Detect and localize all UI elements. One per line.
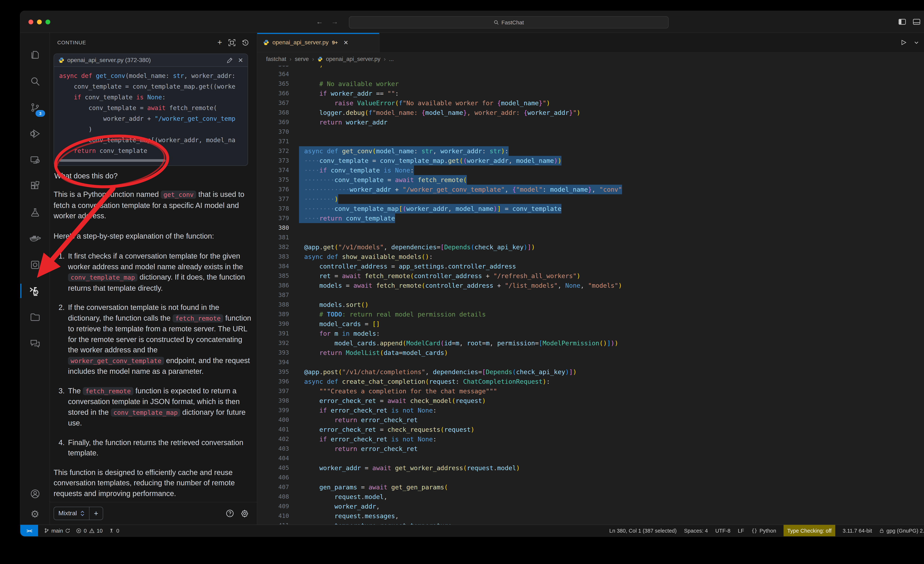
- sidebar-item-explorer[interactable]: [20, 42, 50, 68]
- branch-status-item[interactable]: main: [44, 528, 70, 534]
- sidebar-item-comments[interactable]: [20, 330, 50, 356]
- editor-lines[interactable]: 363 )364365 # No available worker366 if …: [257, 66, 924, 525]
- fullscreen-icon[interactable]: [228, 39, 236, 46]
- code-line[interactable]: 397 """Creates a completion for the chat…: [257, 386, 924, 396]
- history-icon[interactable]: [242, 39, 249, 46]
- close-window-button[interactable]: [28, 19, 33, 24]
- code-line[interactable]: 399 if error_check_ret is not None:: [257, 405, 924, 415]
- code-line[interactable]: 372async def get_conv(model_name: str, w…: [257, 146, 924, 156]
- snippet-hscrollbar[interactable]: [59, 159, 165, 162]
- breadcrumb-item[interactable]: openai_api_server.py: [326, 56, 381, 63]
- toggle-panel-icon[interactable]: [913, 19, 920, 25]
- new-session-icon[interactable]: +: [218, 39, 222, 46]
- code-line[interactable]: 400 return error_check_ret: [257, 415, 924, 425]
- code-line[interactable]: 381: [257, 233, 924, 242]
- code-line[interactable]: 401 error_check_ret = check_requests(req…: [257, 425, 924, 434]
- breadcrumb-item[interactable]: fastchat: [266, 56, 286, 63]
- model-selector[interactable]: Mixtral +: [54, 507, 103, 520]
- sidebar-item-remote-explorer[interactable]: [20, 147, 50, 173]
- code-line[interactable]: 374····if conv_template is None:: [257, 166, 924, 175]
- code-line[interactable]: 395@app.post("/v1/chat/completions", dep…: [257, 367, 924, 377]
- close-tab-icon[interactable]: ✕: [344, 39, 348, 46]
- code-line[interactable]: 365 # No available worker: [257, 79, 924, 89]
- eol-item[interactable]: LF: [738, 528, 744, 534]
- account-icon[interactable]: [30, 489, 40, 499]
- breadcrumb-item[interactable]: serve: [295, 56, 309, 63]
- close-snippet-icon[interactable]: ✕: [238, 56, 243, 64]
- code-line[interactable]: 403 return error_check_ret: [257, 444, 924, 453]
- settings-gear-icon[interactable]: [241, 509, 249, 518]
- code-line[interactable]: 404: [257, 453, 924, 463]
- navigate-forward-icon[interactable]: →: [331, 18, 338, 26]
- navigate-back-icon[interactable]: ←: [316, 18, 323, 26]
- toggle-primary-sidebar-icon[interactable]: [898, 19, 906, 25]
- edit-pen-icon[interactable]: [226, 57, 233, 63]
- code-line[interactable]: 398 error_check_ret = await check_model(…: [257, 396, 924, 405]
- code-line[interactable]: 406: [257, 473, 924, 482]
- run-python-file-icon[interactable]: [901, 39, 907, 45]
- help-icon[interactable]: [226, 509, 234, 518]
- code-line[interactable]: 408 request.model,: [257, 492, 924, 501]
- code-area[interactable]: 363 )364365 # No available worker366 if …: [257, 66, 924, 525]
- code-line[interactable]: 391 for m in models:: [257, 329, 924, 338]
- code-line[interactable]: 394: [257, 358, 924, 367]
- code-line[interactable]: 363 ): [257, 66, 924, 69]
- encoding-item[interactable]: UTF-8: [715, 528, 730, 534]
- code-line[interactable]: 382@app.get("/v1/models", dependencies=[…: [257, 242, 924, 252]
- code-line[interactable]: 375········conv_template = await fetch_r…: [257, 175, 924, 185]
- code-line[interactable]: 379····return conv_template: [257, 214, 924, 223]
- command-center-search[interactable]: FastChat: [349, 16, 669, 28]
- code-line[interactable]: 366 if worker_addr == "":: [257, 89, 924, 98]
- code-line[interactable]: 392 model_cards.append(ModelCard(id=m, r…: [257, 338, 924, 348]
- code-line[interactable]: 369 return worker_addr: [257, 117, 924, 127]
- gpg-item[interactable]: gpg (GnuPG) 2.2.41: [879, 528, 924, 534]
- tab-openai-api-server[interactable]: openai_api_server.py 9+ ✕: [257, 33, 380, 52]
- type-checking-item[interactable]: Type Checking: off: [783, 525, 835, 536]
- sidebar-item-extensions[interactable]: [20, 173, 50, 199]
- settings-gear-icon[interactable]: ⚙: [30, 509, 39, 519]
- sidebar-item-notebook[interactable]: [20, 251, 50, 278]
- sidebar-item-docker[interactable]: [20, 225, 50, 251]
- code-line[interactable]: 376············worker_addr + "/worker_ge…: [257, 185, 924, 194]
- code-line[interactable]: 405 worker_addr = await get_worker_addre…: [257, 463, 924, 473]
- sidebar-item-testing[interactable]: [20, 199, 50, 225]
- zoom-window-button[interactable]: [45, 19, 50, 24]
- ports-status-item[interactable]: 0: [108, 528, 119, 534]
- remote-indicator[interactable]: ><: [20, 525, 38, 536]
- add-model-button[interactable]: +: [89, 507, 103, 520]
- code-line[interactable]: 396async def create_chat_completion(requ…: [257, 377, 924, 386]
- code-line[interactable]: 385 ret = await fetch_remote(controller_…: [257, 271, 924, 281]
- run-dropdown-chevron-icon[interactable]: [914, 40, 918, 45]
- code-line[interactable]: 371 ⌘ M to select code, ⌘ ⇧ L to edit: [257, 137, 924, 146]
- code-line[interactable]: 377········): [257, 194, 924, 204]
- code-line[interactable]: 409 worker_addr,: [257, 501, 924, 511]
- minimize-window-button[interactable]: [37, 19, 42, 24]
- code-line[interactable]: 389 # TODO: return real model permission…: [257, 310, 924, 319]
- code-line[interactable]: 364: [257, 69, 924, 79]
- cursor-position-item[interactable]: Ln 380, Col 1 (387 selected): [609, 528, 676, 534]
- code-line[interactable]: 390 model_cards = []: [257, 319, 924, 329]
- code-line[interactable]: 384 controller_address = app_settings.co…: [257, 262, 924, 271]
- indentation-item[interactable]: Spaces: 4: [684, 528, 708, 534]
- sidebar-item-source-control[interactable]: 3: [20, 94, 50, 120]
- code-line[interactable]: 383async def show_available_models():: [257, 252, 924, 262]
- code-line[interactable]: 411 temperature=request.temperature,: [257, 521, 924, 525]
- code-line[interactable]: 368 logger.debug(f"model_name: {model_na…: [257, 108, 924, 117]
- sidebar-item-project-folder[interactable]: [20, 304, 50, 330]
- sidebar-item-search[interactable]: [20, 68, 50, 94]
- code-line[interactable]: 388 models.sort(): [257, 300, 924, 310]
- code-line[interactable]: 373····conv_template = conv_template_map…: [257, 156, 924, 166]
- code-line[interactable]: 378········conv_template_map[(worker_add…: [257, 204, 924, 214]
- code-line[interactable]: 380: [257, 223, 924, 233]
- code-line[interactable]: 386 models = await fetch_remote(controll…: [257, 281, 924, 290]
- code-line[interactable]: 387: [257, 290, 924, 300]
- code-line[interactable]: 410 request.messages,: [257, 511, 924, 521]
- code-line[interactable]: 402 if error_check_ret is not None:: [257, 434, 924, 444]
- sidebar-item-continue[interactable]: [20, 278, 50, 304]
- code-line[interactable]: 393 return ModelList(data=model_cards): [257, 348, 924, 358]
- code-line[interactable]: 370: [257, 127, 924, 137]
- python-interpreter-item[interactable]: 3.11.7 64-bit: [843, 528, 872, 534]
- code-line[interactable]: 407 gen_params = await get_gen_params(: [257, 482, 924, 492]
- sidebar-item-run-debug[interactable]: [20, 120, 50, 147]
- breadcrumb-item[interactable]: ...: [389, 56, 394, 63]
